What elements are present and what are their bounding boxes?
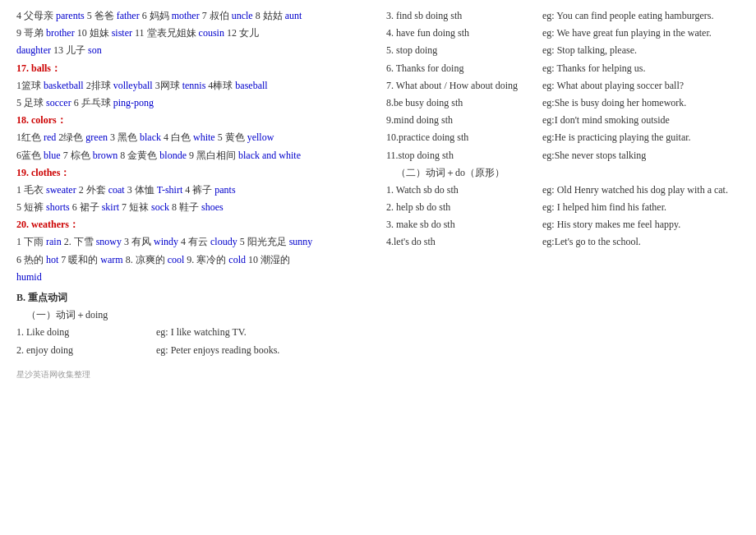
r-item4-row: 4. have fun doing sth eg: We have great … — [386, 25, 740, 41]
item2-label: 2. enjoy doing — [16, 343, 148, 358]
sec18-heading: 18. colors： — [16, 113, 370, 128]
r-b4-label: 4.let's do sth — [386, 234, 534, 250]
r-item8-row: 8.be busy doing sth eg:She is busy doing… — [386, 95, 740, 111]
right-column: 3. find sb doing sth eg: You can find pe… — [378, 8, 740, 360]
balls-line2: 5 足球 soccer 6 乒乓球 ping-pong — [16, 95, 370, 111]
sec17-heading: 17. balls： — [16, 61, 370, 76]
colors-line1: 1红色 red 2绿色 green 3 黑色 black 4 白色 white … — [16, 130, 370, 145]
r-item11-label: 11.stop doing sth — [386, 148, 534, 164]
r-item5-label: 5. stop doing — [386, 43, 534, 58]
item2-row: 2. enjoy doing eg: Peter enjoys reading … — [16, 343, 370, 358]
r-item3-label: 3. find sb doing sth — [386, 8, 534, 24]
r-b2-label: 2. help sb do sth — [386, 200, 534, 215]
weathers-line3: humid — [16, 270, 370, 285]
colors-line2: 6蓝色 blue 7 棕色 brown 8 金黄色 blonde 9 黑白相间 … — [16, 148, 370, 164]
left-column: 4 父母亲 parents 5 爸爸 father 6 妈妈 mother 7 … — [16, 8, 378, 360]
item1-label: 1. Like doing — [16, 325, 148, 340]
sec20-heading: 20. weathers： — [16, 217, 370, 233]
balls-line1: 1篮球 basketball 2排球 volleyball 3网球 tennis… — [16, 78, 370, 94]
family-line3: daughter 13 儿子 son — [16, 43, 370, 58]
r-item3-row: 3. find sb doing sth eg: You can find pe… — [386, 8, 740, 24]
r-b1-eg: eg: Old Henry watched his dog play with … — [542, 182, 728, 198]
r-item4-label: 4. have fun doing sth — [386, 25, 534, 41]
item1-eg: eg: I like watching TV. — [156, 325, 247, 340]
r-item9-row: 9.mind doing sth eg:I don't mind smoking… — [386, 113, 740, 128]
r-item8-eg: eg:She is busy doing her homework. — [542, 95, 686, 111]
r-b2-row: 2. help sb do sth eg: I helped him find … — [386, 200, 740, 215]
r-item8-label: 8.be busy doing sth — [386, 95, 534, 111]
r-item10-label: 10.practice doing sth — [386, 130, 534, 145]
weathers-line2: 6 热的 hot 7 暖和的 warm 8. 凉爽的 cool 9. 寒冷的 c… — [16, 252, 370, 268]
r-item5-eg: eg: Stop talking, please. — [542, 43, 637, 58]
r-b3-row: 3. make sb do sth eg: His story makes me… — [386, 217, 740, 233]
r-b1-row: 1. Watch sb do sth eg: Old Henry watched… — [386, 182, 740, 198]
sec19-heading: 19. clothes： — [16, 165, 370, 181]
r-item7-label: 7. What about / How about doing — [386, 78, 534, 94]
r-item7-eg: eg: What about playing soccer ball? — [542, 78, 684, 94]
subA-heading: （一）动词＋doing — [16, 307, 370, 323]
subB-heading: （二）动词＋do（原形） — [386, 165, 740, 181]
item2-eg: eg: Peter enjoys reading books. — [156, 343, 279, 358]
r-item7-row: 7. What about / How about doing eg: What… — [386, 78, 740, 94]
r-item4-eg: eg: We have great fun playing in the wat… — [542, 25, 712, 41]
clothes-line1: 1 毛衣 sweater 2 外套 coat 3 体恤 T-shirt 4 裤子… — [16, 182, 370, 198]
secB-heading: B. 重点动词 — [16, 290, 370, 306]
r-b2-eg: eg: I helped him find his father. — [542, 200, 666, 215]
r-item9-label: 9.mind doing sth — [386, 113, 534, 128]
r-b4-eg: eg:Let's go to the school. — [542, 234, 641, 250]
r-item10-eg: eg:He is practicing playing the guitar. — [542, 130, 691, 145]
r-item9-eg: eg:I don't mind smoking outside — [542, 113, 670, 128]
r-item10-row: 10.practice doing sth eg:He is practicin… — [386, 130, 740, 145]
r-b3-label: 3. make sb do sth — [386, 217, 534, 233]
r-b4-row: 4.let's do sth eg:Let's go to the school… — [386, 234, 740, 250]
r-item6-row: 6. Thanks for doing eg: Thanks for helpi… — [386, 61, 740, 76]
footer-text: 星沙英语网收集整理 — [16, 368, 740, 381]
r-b1-label: 1. Watch sb do sth — [386, 182, 534, 198]
r-item11-eg: eg:She never stops talking — [542, 148, 646, 164]
r-item11-row: 11.stop doing sth eg:She never stops tal… — [386, 148, 740, 164]
r-item3-eg: eg: You can find people eating hamburger… — [542, 8, 713, 24]
weathers-line1: 1 下雨 rain 2. 下雪 snowy 3 有风 windy 4 有云 cl… — [16, 234, 370, 250]
family-line2: 9 哥弟 brother 10 姐妹 sister 11 堂表兄姐妹 cousi… — [16, 25, 370, 41]
r-b3-eg: eg: His story makes me feel happy. — [542, 217, 680, 233]
r-item5-row: 5. stop doing eg: Stop talking, please. — [386, 43, 740, 58]
clothes-line2: 5 短裤 shorts 6 裙子 skirt 7 短袜 sock 8 鞋子 sh… — [16, 200, 370, 215]
r-item6-eg: eg: Thanks for helping us. — [542, 61, 645, 76]
item1-row: 1. Like doing eg: I like watching TV. — [16, 325, 370, 340]
r-item6-label: 6. Thanks for doing — [386, 61, 534, 76]
family-line1: 4 父母亲 parents 5 爸爸 father 6 妈妈 mother 7 … — [16, 8, 370, 24]
